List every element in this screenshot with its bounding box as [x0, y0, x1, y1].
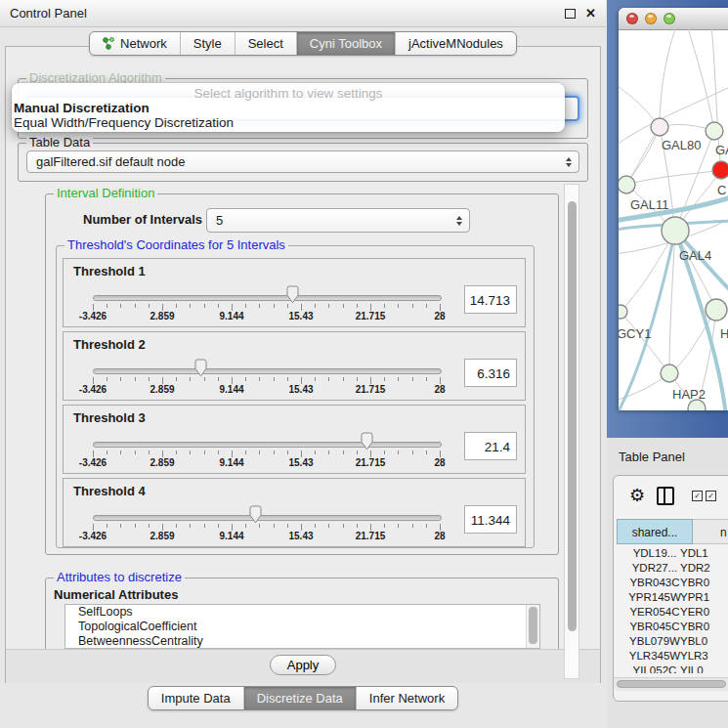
slider-thumb[interactable] — [193, 359, 208, 377]
slider-tick — [245, 377, 246, 381]
network-window-titlebar — [619, 8, 728, 30]
threshold-slider[interactable]: -3.4262.8599.14415.4321.71528 — [64, 479, 525, 546]
slider-track[interactable] — [93, 515, 442, 521]
threshold-slider[interactable]: -3.4262.8599.14415.4321.71528 — [64, 259, 525, 326]
table-row[interactable]: YDR27...YDR2 — [614, 561, 728, 576]
network-node[interactable] — [706, 299, 727, 321]
numerical-attributes-list[interactable]: SelfLoopsTopologicalCoefficientBetweenne… — [64, 604, 540, 649]
slider-tick-label: -3.426 — [79, 531, 107, 541]
network-edge-highlighted[interactable] — [619, 231, 675, 410]
slider-thumb[interactable] — [360, 432, 374, 450]
slider-tick-label: 9.144 — [219, 311, 243, 321]
threshold-slider[interactable]: -3.4262.8599.14415.4321.71528 — [64, 332, 525, 400]
mac-zoom-button[interactable] — [664, 13, 675, 24]
network-edge[interactable] — [626, 170, 721, 185]
threshold-value-field[interactable]: 21.4 — [464, 432, 517, 460]
tab-cyni-toolbox[interactable]: Cyni Toolbox — [296, 32, 395, 55]
network-node[interactable] — [712, 161, 728, 179]
slider-track[interactable] — [93, 368, 442, 374]
mac-minimize-button[interactable] — [645, 13, 657, 24]
slider-tick — [315, 524, 316, 528]
apply-row: Apply — [6, 649, 600, 683]
slider-tick — [162, 377, 163, 384]
tab-discretize-data[interactable]: Discretize Data — [243, 687, 356, 709]
network-node[interactable] — [662, 217, 689, 244]
close-icon[interactable]: ✕ — [585, 7, 596, 20]
slider-tick — [107, 450, 107, 454]
tab-label: Style — [193, 36, 222, 51]
slider-tick-label: 9.144 — [219, 384, 243, 395]
network-node[interactable] — [706, 122, 723, 140]
attribute-list-item[interactable]: BetweennessCentrality — [65, 634, 539, 649]
list-scrollbar[interactable] — [526, 605, 539, 648]
slider-tick-label: 15.43 — [288, 457, 313, 468]
network-node[interactable] — [619, 305, 627, 319]
slider-tick — [149, 524, 150, 528]
tab-impute-data[interactable]: Impute Data — [149, 687, 243, 709]
checkbox-icon[interactable]: ✓ — [706, 491, 716, 501]
table-data-combo[interactable]: galFiltered.sif default node — [26, 150, 579, 173]
table-row[interactable]: YPR145WYPR1 — [614, 590, 728, 605]
slider-tick — [120, 450, 121, 454]
settings-scrollbar[interactable] — [564, 184, 579, 679]
tab-select[interactable]: Select — [235, 32, 296, 55]
threshold-value-field[interactable]: 11.344 — [464, 505, 517, 534]
slider-tick — [357, 450, 358, 454]
table-row[interactable]: YIL052CYIL0 — [614, 664, 728, 673]
network-canvas[interactable]: GAL80GACGAL11GAL4GCY1HHAP2 — [619, 29, 728, 410]
table-row[interactable]: YER054CYER0 — [614, 605, 728, 620]
network-node[interactable] — [661, 364, 678, 382]
threshold-slider[interactable]: -3.4262.8599.14415.4321.71528 — [64, 406, 525, 473]
table-row[interactable]: YBR045CYBR0 — [614, 620, 728, 634]
slider-track[interactable] — [93, 442, 442, 448]
threshold-value-field[interactable]: 14.713 — [464, 285, 517, 314]
slider-tick — [440, 524, 441, 531]
table-row[interactable]: YDL19...YDL1 — [614, 546, 728, 561]
network-node[interactable] — [619, 176, 635, 193]
tab-style[interactable]: Style — [180, 32, 235, 55]
tab-network[interactable]: Network — [90, 32, 180, 55]
table-row[interactable]: YBR043CYBR0 — [614, 576, 728, 590]
slider-tick — [93, 450, 94, 457]
slider-tick — [274, 524, 275, 528]
algorithm-popup: Select algorithm to view settings Manual… — [12, 83, 565, 132]
slider-tick — [107, 524, 107, 528]
network-node-label: GAL80 — [662, 138, 701, 152]
slider-tick — [315, 450, 316, 454]
gear-icon[interactable]: ⚙ — [629, 487, 645, 504]
slider-tick — [328, 450, 329, 454]
slider-tick — [328, 304, 329, 308]
tab-jactivemnodules[interactable]: jActiveMNodules — [395, 32, 516, 55]
column-header-shared[interactable]: shared... — [617, 519, 693, 544]
checkbox-icon[interactable]: ✓ — [692, 491, 703, 501]
float-window-icon[interactable] — [565, 9, 576, 19]
table-row[interactable]: YLR345WYLR3 — [614, 649, 728, 664]
network-edge[interactable] — [626, 127, 660, 185]
tab-infer-network[interactable]: Infer Network — [356, 687, 457, 709]
table-hscrollbar[interactable] — [614, 677, 728, 691]
apply-button[interactable]: Apply — [270, 655, 336, 675]
spinner-arrows-icon — [566, 157, 572, 167]
scrollbar-thumb[interactable] — [617, 680, 726, 688]
slider-thumb[interactable] — [248, 505, 263, 524]
split-columns-icon[interactable] — [657, 487, 674, 505]
column-header-name[interactable]: n — [693, 519, 728, 544]
slider-tick — [190, 450, 191, 454]
network-node[interactable] — [651, 118, 668, 136]
slider-tick — [204, 377, 205, 381]
table-row[interactable]: YBL079WYBL0 — [614, 634, 728, 649]
number-of-intervals-combo[interactable]: 5 — [206, 208, 470, 233]
slider-track[interactable] — [93, 295, 442, 301]
scrollbar-thumb[interactable] — [568, 201, 577, 631]
scrollbar-thumb[interactable] — [529, 607, 537, 644]
attribute-list-item[interactable]: TopologicalCoefficient — [65, 620, 539, 634]
slider-tick — [287, 450, 288, 454]
slider-thumb[interactable] — [285, 285, 300, 304]
algorithm-option[interactable]: Manual Discretization — [12, 101, 565, 115]
attribute-list-item[interactable]: SelfLoops — [65, 605, 539, 620]
slider-tick — [232, 377, 233, 384]
network-edge[interactable] — [687, 29, 714, 131]
threshold-value-field[interactable]: 6.316 — [464, 359, 517, 387]
mac-close-button[interactable] — [626, 13, 638, 24]
algorithm-option[interactable]: Equal Width/Frequency Discretization — [12, 115, 565, 130]
